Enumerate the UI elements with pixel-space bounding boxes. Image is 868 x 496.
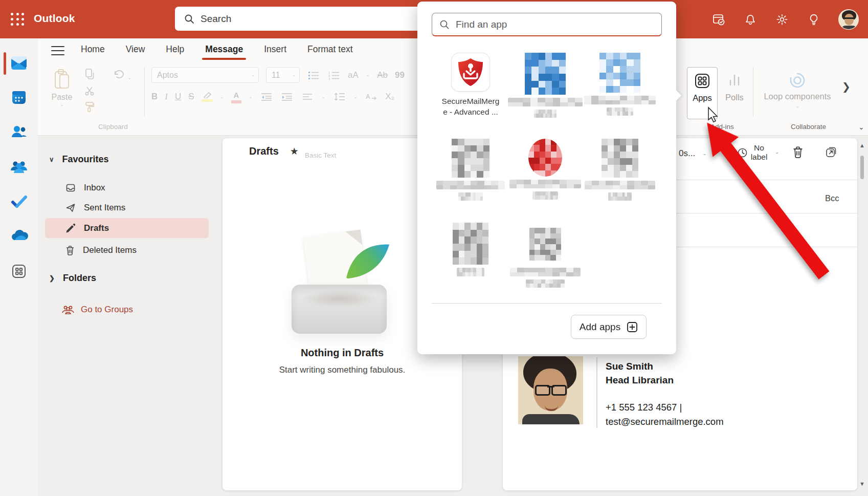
app-redacted[interactable]	[583, 53, 657, 118]
paste-button[interactable]: Paste ⌄	[46, 68, 78, 117]
text-direction-icon[interactable]: A	[365, 90, 378, 103]
search-input[interactable]	[201, 13, 395, 25]
add-plus-icon	[627, 321, 638, 333]
tab-view[interactable]: View	[125, 42, 146, 60]
cut-scissors-icon[interactable]	[83, 84, 96, 98]
notes-check-icon[interactable]	[711, 12, 726, 27]
app-redacted[interactable]	[583, 139, 657, 201]
bcc-button[interactable]: Bcc	[825, 193, 839, 203]
signature-role: Head Librarian	[606, 373, 724, 387]
groups-people-icon	[61, 305, 75, 315]
addins-group-label: Add-ins	[710, 123, 734, 131]
chevron-down-icon[interactable]: ⌄	[366, 73, 370, 77]
favourites-header[interactable]: ∨ Favourites	[49, 154, 109, 165]
undo-icon[interactable]	[112, 68, 125, 81]
clear-formatting-icon[interactable]: Ab	[377, 70, 388, 80]
ribbon-collapse-chevron-icon[interactable]: ⌄	[858, 123, 864, 131]
app-redacted[interactable]	[508, 53, 583, 118]
rail-mail-icon[interactable]	[0, 48, 38, 77]
scrollbar-thumb[interactable]	[860, 156, 864, 179]
underline-button[interactable]: U	[175, 92, 181, 102]
redacted-app-label	[436, 181, 505, 189]
ribbon-overflow-chevron-icon[interactable]: ❯	[842, 80, 851, 93]
open-in-new-window-icon[interactable]	[825, 146, 837, 158]
apps-button[interactable]: Apps	[687, 67, 718, 119]
redacted-app-icon	[599, 53, 640, 93]
format-painter-icon[interactable]	[83, 100, 96, 114]
chevron-down-icon[interactable]: ⌄	[127, 75, 131, 80]
trash-icon	[65, 245, 75, 255]
loop-components-button[interactable]: Loop components ⌄	[759, 67, 836, 109]
truncated-options-dropdown[interactable]: 0s...⌄	[679, 148, 707, 159]
search-icon	[184, 14, 194, 24]
drafts-panel-title: Drafts	[249, 145, 279, 157]
bold-button[interactable]: B	[151, 92, 158, 102]
account-avatar[interactable]	[838, 9, 859, 30]
sidebar-item-sent-items[interactable]: Sent Items	[45, 198, 209, 218]
app-redacted[interactable]	[433, 223, 508, 288]
find-app-search[interactable]	[432, 13, 662, 36]
line-spacing-icon[interactable]	[333, 90, 346, 103]
notifications-bell-icon[interactable]	[743, 12, 758, 27]
go-to-groups-link[interactable]: Go to Groups	[61, 305, 133, 315]
settings-gear-icon[interactable]	[775, 12, 789, 27]
app-redacted[interactable]	[508, 139, 583, 201]
app-launcher-waffle-icon[interactable]	[9, 11, 27, 28]
quote-icon[interactable]: 99	[395, 70, 405, 80]
strikethrough-button[interactable]: S	[188, 92, 194, 102]
vertical-scrollbar[interactable]: ▲ ▼	[859, 142, 865, 487]
sidebar-item-inbox[interactable]: Inbox	[45, 178, 209, 198]
chevron-right-icon[interactable]: ❯	[49, 274, 55, 282]
app-redacted[interactable]	[433, 139, 508, 201]
redacted-app-label	[509, 180, 581, 188]
numbered-list-icon[interactable]: 123	[327, 69, 341, 82]
sidebar-item-drafts[interactable]: Drafts	[45, 218, 209, 238]
font-color-button[interactable]: A	[231, 91, 241, 103]
redacted-app-label	[534, 110, 557, 118]
app-redacted[interactable]	[508, 223, 583, 288]
tab-help[interactable]: Help	[165, 42, 185, 60]
scroll-down-icon[interactable]: ▼	[859, 481, 865, 487]
rail-todo-icon[interactable]	[0, 187, 38, 217]
tab-message[interactable]: Message	[204, 42, 244, 60]
rail-calendar-icon[interactable]	[0, 82, 38, 112]
italic-button[interactable]: I	[165, 92, 168, 102]
bullet-list-icon[interactable]	[307, 69, 320, 82]
decrease-indent-icon[interactable]	[260, 90, 273, 103]
folder-pane: ∨ Favourites Inbox Sent Items Drafts Del…	[38, 136, 222, 496]
add-apps-button[interactable]: Add apps	[571, 315, 647, 339]
font-name-select[interactable]: Aptos⌄	[151, 67, 259, 83]
signature-photo	[518, 356, 583, 424]
find-app-input[interactable]	[456, 19, 640, 30]
favourite-star-icon[interactable]: ★	[290, 145, 299, 157]
svg-text:3: 3	[328, 77, 330, 80]
highlight-button[interactable]	[202, 92, 213, 102]
rail-more-apps-icon[interactable]	[0, 256, 38, 286]
chevron-down-icon[interactable]: ⌄	[775, 150, 779, 155]
chevron-down-icon[interactable]: ∨	[49, 156, 54, 163]
align-icon[interactable]	[301, 90, 314, 103]
app-securemailmerge[interactable]: SecureMailMerg e - Advanced ...	[433, 53, 508, 118]
tab-insert[interactable]: Insert	[263, 42, 287, 60]
rail-groups-icon[interactable]	[0, 152, 38, 182]
schedule-send-clock-icon[interactable]	[737, 147, 748, 158]
copy-icon[interactable]	[83, 67, 96, 80]
scroll-up-icon[interactable]: ▲	[859, 142, 865, 148]
tips-lightbulb-icon[interactable]	[807, 12, 821, 27]
sidebar-item-deleted-items[interactable]: Deleted Items	[45, 240, 209, 260]
font-size-select[interactable]: 11⌄	[266, 67, 300, 83]
search-icon	[439, 19, 450, 30]
signature-email[interactable]: test@securemailmerge.com	[606, 415, 724, 429]
polls-button[interactable]: Polls	[720, 67, 749, 119]
tab-home[interactable]: Home	[80, 42, 106, 60]
subscript-button[interactable]: X₂	[385, 92, 394, 102]
tab-format-text[interactable]: Format text	[306, 42, 354, 60]
rail-people-icon[interactable]	[0, 117, 38, 147]
folder-pane-toggle-icon[interactable]	[51, 46, 64, 55]
increase-indent-icon[interactable]	[280, 90, 294, 103]
label-dropdown[interactable]: No label	[747, 143, 771, 162]
folders-header[interactable]: ❯ Folders	[49, 273, 96, 284]
discard-trash-icon[interactable]	[792, 146, 804, 158]
change-case-button[interactable]: aA	[348, 70, 359, 80]
rail-onedrive-icon[interactable]	[0, 222, 38, 251]
